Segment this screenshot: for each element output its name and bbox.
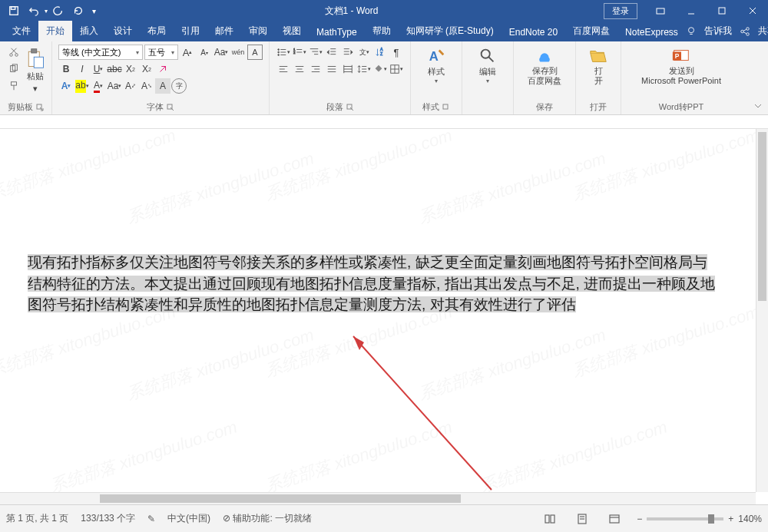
asian-layout-icon[interactable]: 文▾ bbox=[356, 45, 372, 60]
status-spellcheck-icon[interactable]: ✎ bbox=[147, 514, 155, 524]
superscript-icon[interactable]: X2 bbox=[139, 61, 154, 77]
editing-button[interactable]: 编辑▾ bbox=[468, 45, 507, 84]
selected-text[interactable]: 现有拓扑指标多仅关注地图符号邻接关系的多样性或紧凑性, 缺乏更全面定量刻画地图符… bbox=[28, 254, 715, 312]
redo-icon[interactable] bbox=[49, 2, 68, 20]
clipboard-dialog-launcher[interactable] bbox=[36, 104, 44, 111]
zoom-slider[interactable] bbox=[647, 517, 723, 520]
refresh-icon[interactable] bbox=[69, 2, 88, 20]
shrink-font-icon[interactable]: A▾ bbox=[197, 45, 212, 60]
qat-customize[interactable]: ▾ bbox=[89, 7, 99, 15]
font-color-icon[interactable]: A▾ bbox=[91, 78, 106, 94]
zoom-thumb[interactable] bbox=[708, 514, 714, 524]
format-painter-icon[interactable] bbox=[6, 78, 22, 94]
vertical-scrollbar[interactable] bbox=[756, 129, 768, 492]
justify-icon[interactable] bbox=[324, 61, 339, 77]
enclosed-char-icon[interactable]: 字 bbox=[171, 78, 187, 94]
web-layout-icon[interactable] bbox=[604, 510, 624, 528]
numbering-icon[interactable]: 12▾ bbox=[292, 45, 307, 60]
distributed-icon[interactable] bbox=[340, 61, 356, 77]
paragraph-dialog-launcher[interactable] bbox=[346, 104, 354, 111]
tab-baidu[interactable]: 百度网盘 bbox=[565, 21, 617, 41]
shading-icon[interactable]: ▾ bbox=[372, 61, 388, 77]
align-center-icon[interactable] bbox=[292, 61, 307, 77]
save-to-baidu-button[interactable]: 保存到 百度网盘 bbox=[520, 45, 569, 86]
styles-dialog-launcher[interactable] bbox=[442, 104, 450, 111]
tab-noteexpress[interactable]: NoteExpress bbox=[617, 23, 686, 41]
horizontal-scrollbar[interactable] bbox=[0, 492, 756, 504]
strikethrough-icon[interactable]: abc bbox=[107, 61, 122, 77]
copy-icon[interactable] bbox=[6, 61, 22, 77]
print-layout-icon[interactable] bbox=[572, 510, 592, 528]
character-scaling-icon[interactable]: A⤡ bbox=[139, 78, 154, 94]
show-marks-icon[interactable]: ¶ bbox=[389, 45, 404, 60]
tab-home[interactable]: 开始 bbox=[38, 21, 72, 41]
tab-file[interactable]: 文件 bbox=[5, 21, 38, 41]
tab-references[interactable]: 引用 bbox=[174, 21, 207, 41]
hscroll-thumb[interactable] bbox=[100, 494, 461, 503]
character-border-icon[interactable]: A bbox=[247, 45, 263, 60]
maximize-icon[interactable] bbox=[707, 0, 737, 21]
document-paragraph[interactable]: 现有拓扑指标多仅关注地图符号邻接关系的多样性或紧凑性, 缺乏更全面定量刻画地图符… bbox=[28, 252, 716, 316]
paste-button[interactable]: 粘贴 ▾ bbox=[25, 45, 46, 94]
tab-layout[interactable]: 布局 bbox=[140, 21, 174, 41]
subscript-icon[interactable]: X2 bbox=[123, 61, 138, 77]
line-spacing-icon[interactable]: ▾ bbox=[356, 61, 372, 77]
increase-indent-icon[interactable] bbox=[340, 45, 356, 60]
borders-icon[interactable]: ▾ bbox=[389, 61, 404, 77]
bold-icon[interactable]: B bbox=[58, 61, 74, 77]
grow-font-icon[interactable]: A▴ bbox=[180, 45, 195, 60]
tab-mailings[interactable]: 邮件 bbox=[207, 21, 241, 41]
status-language[interactable]: 中文(中国) bbox=[167, 512, 210, 525]
tell-me-button[interactable]: 告诉我 bbox=[700, 21, 737, 41]
clear-formatting-icon[interactable] bbox=[155, 61, 170, 77]
highlight-icon[interactable]: ab▾ bbox=[74, 78, 90, 94]
login-button[interactable]: 登录 bbox=[604, 3, 637, 19]
zoom-in-icon[interactable]: + bbox=[728, 514, 733, 524]
undo-dropdown[interactable]: ▾ bbox=[45, 8, 48, 15]
text-effects-icon[interactable]: A▾ bbox=[58, 78, 74, 94]
tab-estudy[interactable]: 知网研学 (原E-Study) bbox=[399, 21, 502, 41]
tab-design[interactable]: 设计 bbox=[106, 21, 140, 41]
read-mode-icon[interactable] bbox=[540, 510, 560, 528]
styles-button[interactable]: A 样式▾ bbox=[417, 45, 455, 84]
share-button[interactable]: 共享 bbox=[753, 21, 768, 41]
underline-icon[interactable]: U▾ bbox=[91, 61, 106, 77]
align-left-icon[interactable] bbox=[276, 61, 291, 77]
status-page[interactable]: 第 1 页, 共 1 页 bbox=[6, 512, 68, 525]
collapse-ribbon-icon[interactable] bbox=[753, 101, 765, 113]
italic-icon[interactable]: I bbox=[74, 61, 90, 77]
status-accessibility[interactable]: ⊘ 辅助功能: 一切就绪 bbox=[223, 512, 312, 525]
page[interactable]: 现有拓扑指标多仅关注地图符号邻接关系的多样性或紧凑性, 缺乏更全面定量刻画地图符… bbox=[8, 129, 760, 504]
font-dialog-launcher[interactable] bbox=[167, 104, 174, 111]
close-icon[interactable] bbox=[737, 0, 768, 21]
vscroll-thumb[interactable] bbox=[758, 132, 766, 301]
ribbon-display-icon[interactable] bbox=[645, 0, 676, 21]
character-shading-icon[interactable]: Aa▾ bbox=[107, 78, 122, 94]
status-word-count[interactable]: 133/133 个字 bbox=[81, 512, 135, 525]
phonetic-guide-icon[interactable]: wén bbox=[230, 45, 246, 60]
tab-mathtype[interactable]: MathType bbox=[309, 23, 365, 41]
undo-icon[interactable] bbox=[25, 2, 43, 20]
character-shading2-icon[interactable]: A bbox=[155, 78, 170, 94]
enclose-characters-icon[interactable]: A⤢ bbox=[123, 78, 138, 94]
tab-review[interactable]: 审阅 bbox=[241, 21, 275, 41]
sort-icon[interactable]: AZ bbox=[372, 45, 388, 60]
zoom-level[interactable]: 140% bbox=[738, 514, 762, 524]
change-case-icon[interactable]: Aa▾ bbox=[214, 45, 229, 60]
multilevel-list-icon[interactable]: ▾ bbox=[308, 45, 323, 60]
open-button[interactable]: 打 开 bbox=[582, 45, 614, 86]
horizontal-ruler[interactable] bbox=[0, 115, 768, 129]
tab-endnote[interactable]: EndNote 20 bbox=[502, 23, 565, 41]
tab-view[interactable]: 视图 bbox=[275, 21, 309, 41]
cut-icon[interactable] bbox=[6, 45, 22, 60]
tab-help[interactable]: 帮助 bbox=[365, 21, 399, 41]
font-name-combo[interactable]: 等线 (中文正文)▾ bbox=[58, 45, 143, 60]
send-to-powerpoint-button[interactable]: P 发送到 Microsoft PowerPoint bbox=[627, 45, 735, 86]
font-size-combo[interactable]: 五号▾ bbox=[144, 45, 178, 60]
minimize-icon[interactable] bbox=[676, 0, 707, 21]
zoom-out-icon[interactable]: − bbox=[637, 514, 642, 524]
save-icon[interactable] bbox=[5, 2, 23, 20]
tab-insert[interactable]: 插入 bbox=[72, 21, 106, 41]
bullets-icon[interactable]: ▾ bbox=[276, 45, 291, 60]
align-right-icon[interactable] bbox=[308, 61, 323, 77]
